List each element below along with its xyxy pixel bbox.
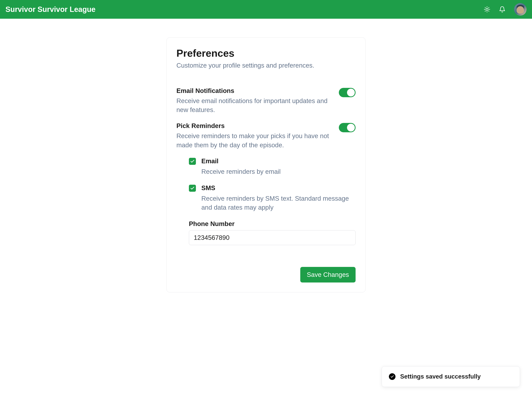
reminder-email-label: Email (201, 157, 355, 165)
card-footer: Save Changes (177, 267, 355, 283)
svg-line-7 (485, 11, 485, 11)
svg-line-8 (488, 7, 489, 8)
bell-icon[interactable] (499, 6, 506, 13)
svg-line-3 (485, 7, 485, 8)
save-button[interactable]: Save Changes (300, 267, 355, 283)
phone-number-label: Phone Number (189, 220, 355, 228)
phone-number-field: Phone Number (177, 220, 355, 245)
app-title: Survivor Survivor League (6, 5, 96, 14)
pick-reminders-description: Receive reminders to make your picks if … (177, 131, 334, 149)
reminder-options: Email Receive reminders by email SMS Rec… (177, 157, 355, 212)
page-subtitle: Customize your profile settings and pref… (177, 62, 355, 69)
email-notifications-row: Email Notifications Receive email notifi… (177, 87, 355, 114)
svg-point-0 (486, 8, 488, 10)
sun-icon[interactable] (484, 6, 490, 13)
reminder-sms-text: SMS Receive reminders by SMS text. Stand… (201, 184, 355, 212)
email-notifications-text: Email Notifications Receive email notifi… (177, 87, 339, 114)
email-notifications-toggle[interactable] (339, 88, 355, 97)
reminder-email-description: Receive reminders by email (201, 167, 355, 176)
header: Survivor Survivor League (0, 0, 532, 19)
avatar[interactable] (514, 3, 526, 16)
reminder-sms-checkbox[interactable] (189, 185, 196, 192)
pick-reminders-row: Pick Reminders Receive reminders to make… (177, 122, 355, 149)
main: Preferences Customize your profile setti… (0, 19, 532, 292)
toggle-thumb (347, 124, 355, 131)
email-notifications-label: Email Notifications (177, 87, 334, 95)
preferences-card: Preferences Customize your profile setti… (166, 37, 366, 292)
pick-reminders-toggle[interactable] (339, 123, 355, 132)
svg-line-4 (488, 11, 489, 11)
header-actions (484, 3, 526, 16)
email-notifications-description: Receive email notifications for importan… (177, 97, 334, 114)
pick-reminders-text: Pick Reminders Receive reminders to make… (177, 122, 339, 149)
reminder-email-option: Email Receive reminders by email (189, 157, 355, 176)
phone-number-input[interactable] (189, 230, 355, 245)
check-circle-icon (389, 373, 395, 380)
toast-message: Settings saved successfully (400, 373, 481, 380)
reminder-sms-option: SMS Receive reminders by SMS text. Stand… (189, 184, 355, 212)
reminder-email-checkbox[interactable] (189, 158, 196, 165)
toast: Settings saved successfully (382, 366, 520, 387)
page-title: Preferences (177, 47, 355, 59)
reminder-sms-label: SMS (201, 184, 355, 192)
reminder-email-text: Email Receive reminders by email (201, 157, 355, 176)
toggle-thumb (347, 89, 355, 97)
reminder-sms-description: Receive reminders by SMS text. Standard … (201, 194, 355, 212)
pick-reminders-label: Pick Reminders (177, 122, 334, 129)
